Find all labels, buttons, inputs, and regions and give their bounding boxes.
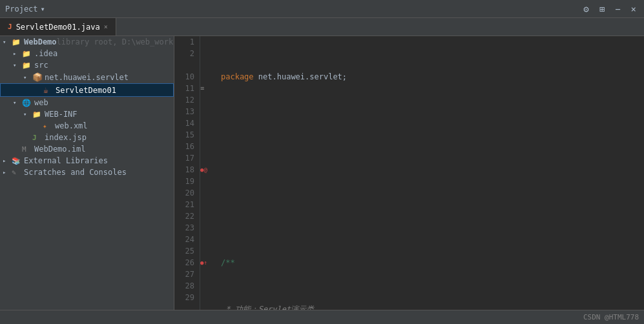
ln-11: 11	[180, 83, 194, 94]
folder-icon-idea: 📁	[22, 50, 32, 58]
ln-21: 21	[180, 199, 194, 210]
code-line-2	[221, 117, 639, 129]
project-dropdown-icon[interactable]: ▾	[41, 5, 45, 14]
arrow-web: ▾	[13, 99, 22, 106]
ln-26: 26	[180, 257, 194, 268]
sidebar-item-web[interactable]: ▾ 🌐 web	[0, 97, 174, 108]
sidebar-item-servletdemo01[interactable]: ☕ ServletDemo01	[0, 83, 174, 97]
sidebar-item-external-libraries[interactable]: ▸ 📚 External Libraries	[0, 155, 174, 167]
ln-29: 29	[180, 292, 194, 303]
ln-27: 27	[180, 268, 194, 280]
ln-16: 16	[180, 141, 194, 152]
sidebar-label-scratches: Scratches and Consoles	[24, 168, 127, 177]
ln-17: 17	[180, 152, 194, 164]
project-title: Project ▾	[5, 5, 45, 14]
sidebar-label-webdemo: WebDemo	[24, 37, 57, 46]
title-bar-actions: ⚙ ⊞ − ×	[581, 3, 639, 15]
sidebar-label-webdemoiml: WebDemo.iml	[34, 145, 85, 154]
ln-23: 23	[180, 222, 194, 234]
minus-icon[interactable]: −	[612, 3, 623, 15]
ln-2: 2	[180, 48, 194, 59]
layout-icon[interactable]: ⊞	[597, 3, 607, 15]
xml-icon: ✦	[43, 122, 53, 130]
code-area[interactable]: 1 2 3 10 11 12 13 14 15 16 17 18 19 20 2…	[174, 36, 644, 310]
jsp-icon: J	[32, 134, 43, 142]
package-icon: 📦	[32, 72, 43, 82]
sidebar-label-servletdemo01: ServletDemo01	[56, 86, 116, 95]
sidebar-item-webdemo-root[interactable]: ▾ 📁 WebDemo library root, D:\web_work\ch…	[0, 36, 174, 48]
editor: 1 2 3 10 11 12 13 14 15 16 17 18 19 20 2…	[174, 36, 644, 310]
sidebar-label-webdemo-path: library root, D:\web_work\ch...	[57, 37, 174, 46]
folder-icon-src: 📁	[22, 61, 32, 70]
folder-icon-webinf: 📁	[32, 110, 43, 119]
sidebar-item-webinf[interactable]: ▾ 📁 WEB-INF	[0, 108, 174, 120]
settings-icon[interactable]: ⚙	[581, 3, 591, 15]
web-icon: 🌐	[22, 99, 32, 107]
ln-24: 24	[180, 234, 194, 245]
sidebar-label-indexjsp: index.jsp	[45, 133, 87, 142]
java-icon-servlet: ☕	[43, 85, 54, 95]
ln-14: 14	[180, 117, 194, 129]
tab-close-icon[interactable]: ×	[104, 23, 108, 30]
code-line-12: * 功能：Servlet演示类	[221, 303, 639, 310]
sidebar-label-src: src	[34, 61, 48, 70]
close-icon[interactable]: ×	[628, 3, 639, 15]
arrow-scratches: ▸	[3, 169, 12, 176]
sidebar-item-idea[interactable]: ▸ 📁 .idea	[0, 48, 174, 59]
arrow-package: ▾	[23, 74, 32, 81]
sidebar-label-web: web	[34, 98, 48, 107]
arrow-webdemo: ▾	[3, 39, 12, 45]
ln-22: 22	[180, 210, 194, 222]
ln-3: 3	[180, 59, 194, 71]
sidebar-item-src[interactable]: ▾ 📁 src	[0, 59, 174, 71]
sidebar-label-extlibs: External Libraries	[24, 156, 108, 165]
sidebar: ▾ 📁 WebDemo library root, D:\web_work\ch…	[0, 36, 174, 310]
iml-icon: M	[22, 145, 32, 154]
arrow-src: ▾	[13, 62, 22, 68]
ln-19: 19	[180, 176, 194, 187]
arrow-webinf: ▾	[23, 111, 32, 117]
tab-bar: J ServletDemo01.java ×	[0, 18, 644, 36]
sidebar-item-scratches[interactable]: ▸ ✎ Scratches and Consoles	[0, 167, 174, 178]
ln-25: 25	[180, 245, 194, 257]
ln-28: 28	[180, 280, 194, 292]
arrow-extlibs: ▸	[3, 157, 12, 164]
tab-label: ServletDemo01.java	[16, 23, 100, 32]
scratch-icon: ✎	[12, 168, 22, 177]
status-bar: CSDN @HTML778	[0, 310, 644, 324]
sidebar-item-package[interactable]: ▾ 📦 net.huawei.servlet	[0, 71, 174, 83]
main-content: ▾ 📁 WebDemo library root, D:\web_work\ch…	[0, 36, 644, 310]
folder-icon-webdemo: 📁	[12, 38, 22, 46]
sidebar-item-webdemoiml[interactable]: M WebDemo.iml	[0, 143, 174, 155]
code-line-1: package net.huawei.servlet;	[221, 71, 639, 83]
lib-icon: 📚	[12, 157, 22, 165]
sidebar-item-indexjsp[interactable]: J index.jsp	[0, 132, 174, 143]
project-label: Project	[5, 5, 38, 14]
gutter: ≡ ●@ ●↑	[200, 36, 216, 310]
sidebar-label-webinf: WEB-INF	[45, 110, 78, 119]
code-line-gap	[221, 164, 639, 176]
sidebar-label-package: net.huawei.servlet	[45, 73, 129, 82]
title-bar: Project ▾ ⚙ ⊞ − ×	[0, 0, 644, 18]
sidebar-label-idea: .idea	[34, 49, 57, 58]
watermark: CSDN @HTML778	[583, 313, 639, 321]
line-numbers: 1 2 3 10 11 12 13 14 15 16 17 18 19 20 2…	[174, 36, 200, 310]
code-content[interactable]: package net.huawei.servlet; /** * 功能：Ser…	[216, 36, 644, 310]
ln-18: 18	[180, 164, 194, 176]
sidebar-label-webxml: web.xml	[55, 121, 88, 130]
ln-1: 1	[180, 36, 194, 48]
ln-10: 10	[180, 71, 194, 83]
ln-15: 15	[180, 129, 194, 141]
java-file-icon: J	[8, 23, 12, 31]
sidebar-item-webxml[interactable]: ✦ web.xml	[0, 120, 174, 132]
ln-12: 12	[180, 94, 194, 106]
tab-servletdemo01[interactable]: J ServletDemo01.java ×	[0, 18, 116, 35]
code-line-10	[221, 210, 639, 222]
ln-13: 13	[180, 106, 194, 117]
code-line-11: /**	[221, 257, 639, 268]
ln-20: 20	[180, 187, 194, 199]
arrow-idea: ▸	[13, 50, 22, 57]
keyword-package: package	[221, 71, 254, 83]
